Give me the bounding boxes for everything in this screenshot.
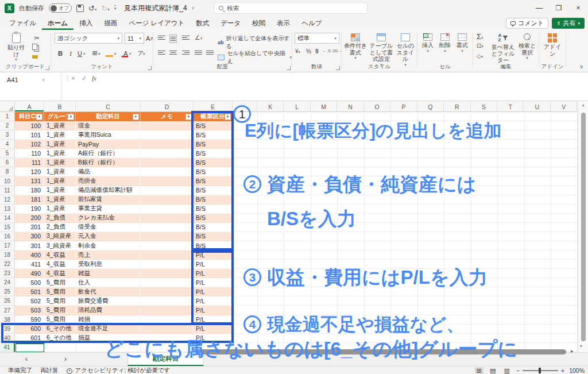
cell-C13[interactable]: 事業主貸: [76, 205, 141, 214]
cell-A2[interactable]: 100: [15, 121, 44, 130]
cell-B8[interactable]: 1_資産: [44, 167, 76, 176]
cell-C24[interactable]: 仕入: [76, 278, 141, 287]
cell-B2[interactable]: 1_資産: [44, 121, 76, 130]
italic-button[interactable]: I: [66, 48, 75, 58]
zoom-slider-thumb[interactable]: [539, 368, 541, 373]
share-button[interactable]: ⇑共有▾: [552, 18, 585, 29]
autosave-toggle[interactable]: オフ: [49, 3, 72, 13]
column-header-V[interactable]: V: [551, 101, 577, 112]
font-name-select[interactable]: 游ゴシック▾: [55, 33, 122, 44]
select-all-corner[interactable]: [0, 101, 15, 112]
redo-button[interactable]: ↻▾: [101, 4, 109, 13]
cell-A27[interactable]: 503: [15, 306, 44, 315]
cell-B3[interactable]: 1_資産: [44, 130, 76, 140]
cell-A14[interactable]: 200: [15, 214, 44, 223]
cell-A18[interactable]: 400: [15, 250, 44, 260]
font-dialog-launcher-icon[interactable]: [148, 66, 152, 70]
cell-D8[interactable]: [141, 167, 194, 176]
cell-A22[interactable]: 411: [15, 260, 44, 269]
cell-A25[interactable]: 501: [15, 287, 44, 296]
tab-formulas[interactable]: 数式: [190, 16, 215, 30]
orientation-button[interactable]: ∠▾: [195, 34, 202, 41]
comments-button[interactable]: コメント: [506, 18, 548, 29]
row-header-27[interactable]: 27: [0, 306, 15, 315]
cell-B22[interactable]: 4_収益: [44, 260, 76, 269]
cell-D24[interactable]: [141, 278, 194, 287]
cell-B4[interactable]: 1_資産: [44, 140, 76, 149]
cell-D15[interactable]: [141, 223, 194, 232]
cell-D25[interactable]: [141, 287, 194, 296]
cell-A26[interactable]: 502: [15, 296, 44, 306]
bold-button[interactable]: B: [56, 48, 65, 58]
column-header-T[interactable]: T: [497, 101, 524, 112]
row-header-5[interactable]: 5: [0, 149, 15, 158]
cell-D16[interactable]: [141, 232, 194, 241]
column-header-K[interactable]: K: [257, 101, 284, 112]
currency-format-button[interactable]: ¥▾: [295, 48, 300, 55]
cell-C8[interactable]: 備品: [76, 167, 141, 176]
tab-view[interactable]: 表示: [271, 16, 296, 30]
find-select-button[interactable]: 検索と選択▾: [517, 33, 537, 60]
tab-help[interactable]: ヘルプ: [296, 16, 327, 30]
cell-C25[interactable]: 飲食代: [76, 287, 141, 296]
scroll-right-icon[interactable]: ▸: [571, 348, 574, 354]
tab-page-layout[interactable]: ページ レイアウト: [123, 16, 190, 30]
cell-D3[interactable]: [141, 130, 194, 140]
row-header-15[interactable]: 15: [0, 223, 15, 232]
cell-D5[interactable]: [141, 149, 194, 158]
formula-input[interactable]: [102, 72, 588, 101]
cell-B11[interactable]: 1_資産: [44, 186, 76, 195]
row-header-13[interactable]: 13: [0, 205, 15, 214]
align-top-icon[interactable]: [158, 34, 165, 41]
align-bottom-icon[interactable]: [182, 34, 189, 41]
cell-D14[interactable]: [141, 214, 194, 223]
tab-home[interactable]: ホーム: [42, 16, 74, 30]
cell-C12[interactable]: 前払家賃: [76, 195, 141, 205]
column-header-P[interactable]: P: [390, 101, 417, 112]
number-format-select[interactable]: 標準▾: [295, 33, 339, 44]
align-right-icon[interactable]: [182, 49, 189, 56]
vertical-scrollbar[interactable]: ▲: [578, 101, 588, 356]
cell-B25[interactable]: 5_費用: [44, 287, 76, 296]
cell-C6[interactable]: B銀行（銀行）: [76, 158, 141, 167]
fill-color-button[interactable]: [105, 49, 114, 57]
scroll-up-icon[interactable]: ▲: [581, 103, 585, 107]
cell-C27[interactable]: 消耗品費: [76, 306, 141, 315]
column-header-B[interactable]: B: [44, 101, 76, 112]
column-header-C[interactable]: C: [76, 101, 141, 112]
clipboard-dialog-launcher-icon[interactable]: [45, 66, 49, 70]
cancel-icon[interactable]: ×: [71, 75, 75, 82]
cell-D27[interactable]: [141, 306, 194, 315]
row-header-25[interactable]: 25: [0, 287, 15, 296]
cell-D17[interactable]: [141, 241, 194, 250]
column-header-L[interactable]: L: [284, 101, 310, 112]
save-icon[interactable]: [76, 5, 84, 12]
minimize-button[interactable]: —: [529, 0, 549, 16]
table-header-勘定科目[interactable]: 勘定科目▾: [76, 112, 141, 121]
cell-C16[interactable]: 元入金: [76, 232, 141, 241]
collapse-ribbon-icon[interactable]: ∨: [579, 64, 583, 70]
filter-button-科目CD[interactable]: ▾: [36, 114, 42, 120]
page-layout-view-icon[interactable]: ▤: [488, 367, 497, 374]
comma-style-button[interactable]: 9: [315, 48, 319, 55]
row-header-2[interactable]: 2: [0, 121, 15, 130]
column-header-M[interactable]: M: [311, 101, 337, 112]
cell-B24[interactable]: 5_費用: [44, 278, 76, 287]
align-middle-icon[interactable]: [169, 34, 177, 43]
cell-B23[interactable]: 4_収益: [44, 269, 76, 278]
wrap-text-button[interactable]: ab折り返して全体を表示する: [218, 34, 292, 51]
table-header-メモ[interactable]: メモ▾: [141, 112, 194, 121]
cell-D6[interactable]: [141, 158, 194, 167]
cell-A15[interactable]: 201: [15, 223, 44, 232]
cell-B18[interactable]: 4_収益: [44, 250, 76, 260]
row-header-26[interactable]: 26: [0, 296, 15, 306]
selected-cell-A41[interactable]: [15, 343, 45, 353]
increase-indent-icon[interactable]: [206, 49, 214, 56]
cell-C4[interactable]: PayPay: [76, 140, 141, 149]
cell-styles-button[interactable]: セルのスタイル▾: [394, 33, 416, 67]
tab-file[interactable]: ファイル: [3, 16, 42, 30]
alignment-dialog-launcher-icon[interactable]: [287, 66, 291, 70]
cell-A5[interactable]: 110: [15, 149, 44, 158]
cell-C2[interactable]: 現金: [76, 121, 141, 130]
cell-B15[interactable]: 2_負債: [44, 223, 76, 232]
